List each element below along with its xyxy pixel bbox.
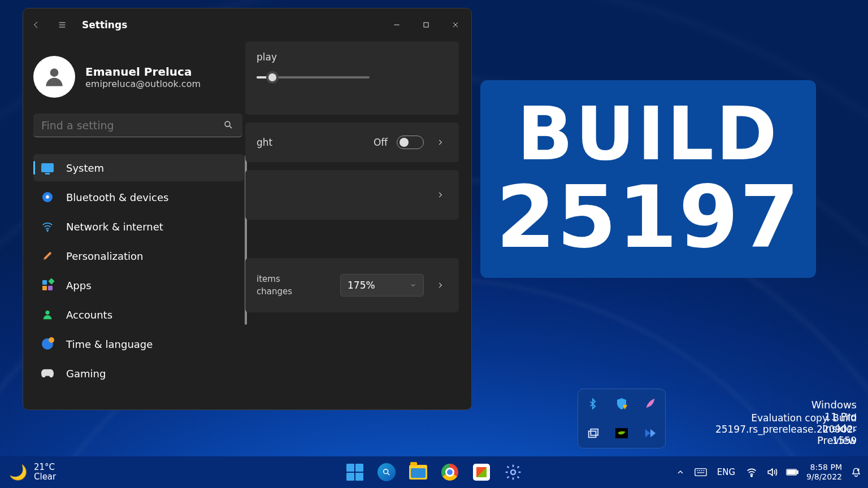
titlebar: Settings [23, 8, 471, 41]
user-name: Emanuel Preluca [85, 65, 201, 79]
clock[interactable]: 8:58 PM 9/8/2022 [806, 463, 842, 482]
svg-rect-6 [588, 431, 596, 437]
nvidia-tray-icon[interactable] [614, 426, 629, 441]
wifi-icon [41, 220, 54, 233]
nav-label: Gaming [66, 368, 106, 380]
power-automate-tray-icon[interactable] [643, 426, 658, 441]
task-view-tray-icon[interactable] [585, 426, 600, 441]
search-taskbar-button[interactable] [376, 461, 397, 483]
nav-label: System [66, 162, 104, 174]
back-button[interactable] [23, 16, 49, 34]
minimize-button[interactable] [382, 14, 411, 36]
nav-accounts[interactable]: Accounts [33, 301, 244, 328]
nav-menu-button[interactable] [49, 16, 75, 34]
search-icon [223, 120, 235, 131]
nav-label: Bluetooth & devices [66, 191, 168, 203]
content-pane: play ght Off [245, 41, 471, 409]
scale-dropdown[interactable]: 175% [340, 274, 424, 297]
settings-taskbar-button[interactable] [502, 461, 524, 483]
search-input-container[interactable] [33, 114, 242, 137]
nav-label: Accounts [66, 309, 112, 321]
svg-point-1 [50, 68, 59, 77]
nav-network[interactable]: Network & internet [33, 213, 244, 240]
svg-point-11 [751, 475, 753, 477]
night-light-label-fragment: ght [257, 137, 272, 148]
night-light-toggle[interactable] [397, 136, 424, 149]
svg-point-4 [45, 311, 49, 315]
svg-rect-0 [424, 23, 428, 27]
nav-time-language[interactable]: Time & language [33, 330, 244, 358]
svg-rect-7 [591, 429, 598, 435]
avatar [33, 56, 75, 98]
sidebar: Emanuel Preluca emipreluca@outlook.com S… [23, 41, 245, 409]
taskbar-center [344, 461, 524, 483]
time-label: 8:58 PM [806, 463, 842, 472]
slider-thumb[interactable] [266, 71, 279, 84]
chrome-button[interactable] [439, 461, 461, 483]
battery-icon[interactable] [786, 466, 798, 478]
chevron-down-icon [410, 282, 416, 289]
gamepad-icon [41, 367, 54, 380]
night-light-card[interactable]: ght Off [245, 123, 459, 162]
brightness-card[interactable]: play [245, 41, 459, 115]
system-tray-flyout [578, 389, 666, 448]
nav-system[interactable]: System [33, 154, 244, 181]
nav-personalization[interactable]: Personalization [33, 242, 244, 269]
svg-rect-10 [695, 469, 706, 476]
banner-line2: 25197 [496, 172, 801, 263]
user-email: emipreluca@outlook.com [85, 79, 201, 89]
brightness-slider[interactable] [257, 76, 370, 79]
monitor-icon [41, 162, 54, 174]
language-indicator[interactable]: ENG [715, 467, 737, 477]
close-button[interactable] [441, 14, 470, 36]
chevron-right-icon[interactable] [433, 191, 448, 199]
nav-label: Time & language [66, 338, 153, 350]
paintbrush-icon [41, 250, 54, 262]
wifi-tray-icon[interactable] [745, 466, 758, 478]
hdr-card[interactable] [245, 170, 459, 220]
taskbar-right: ENG 8:58 PM 9/8/2022 z [674, 463, 868, 482]
chevron-right-icon[interactable] [433, 281, 448, 289]
watermark-line2: Evaluation copy. Build 25197.rs_prerelea… [715, 412, 857, 446]
volume-icon[interactable] [766, 466, 778, 478]
nav-list: System ⁕ Bluetooth & devices Network & i… [33, 154, 244, 387]
weather-temp: 21°C [34, 463, 56, 472]
svg-point-9 [511, 470, 515, 474]
apps-icon [41, 279, 54, 291]
nav-label: Personalization [66, 250, 143, 262]
build-banner: BUILD 25197 [480, 80, 816, 278]
card-label-fragment: play [257, 51, 277, 63]
svg-rect-14 [788, 470, 796, 474]
tray-chevron-icon[interactable] [674, 466, 687, 478]
moon-icon: 🌙 [9, 464, 27, 481]
keyboard-icon[interactable] [695, 466, 707, 478]
scale-card[interactable]: items changes 175% [245, 258, 459, 312]
chevron-right-icon[interactable] [433, 138, 448, 146]
nav-label: Apps [66, 280, 92, 291]
nav-gaming[interactable]: Gaming [33, 360, 244, 387]
nav-bluetooth[interactable]: ⁕ Bluetooth & devices [33, 184, 244, 211]
person-icon [41, 308, 54, 321]
feedback-tray-icon[interactable] [643, 396, 658, 411]
taskbar: 🌙 21°C Clear ENG 8:58 PM 9/8/2022 z [0, 456, 868, 488]
start-button[interactable] [344, 461, 366, 483]
maximize-button[interactable] [411, 14, 441, 36]
svg-point-8 [384, 469, 388, 474]
window-title: Settings [82, 19, 127, 30]
security-tray-icon[interactable] [614, 396, 629, 411]
svg-point-2 [225, 121, 230, 127]
file-explorer-button[interactable] [407, 461, 429, 483]
focus-assist-icon[interactable]: z [850, 466, 862, 478]
svg-rect-13 [797, 470, 798, 473]
search-input[interactable] [41, 119, 223, 132]
weather-cond: Clear [34, 472, 56, 482]
scale-desc-fragment: items changes [257, 273, 292, 298]
ms-store-button[interactable] [471, 461, 492, 483]
nav-apps[interactable]: Apps [33, 272, 244, 299]
settings-window: Settings Emanuel Preluca emipreluca@outl… [23, 8, 472, 410]
toggle-state-label: Off [374, 137, 388, 148]
nav-label: Network & internet [66, 221, 163, 233]
bluetooth-tray-icon[interactable] [585, 396, 600, 411]
weather-widget[interactable]: 🌙 21°C Clear [0, 463, 56, 482]
user-account-row[interactable]: Emanuel Preluca emipreluca@outlook.com [33, 41, 245, 114]
